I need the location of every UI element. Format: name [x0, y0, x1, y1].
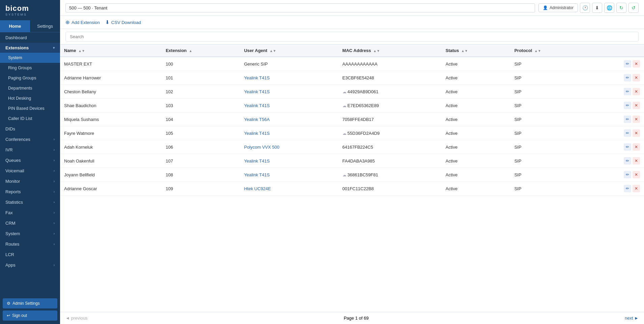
edit-row-button[interactable]: ✏ [624, 74, 631, 81]
sidebar: bicom SYSTEMS Home Settings Dashboard Ex… [0, 0, 60, 324]
cell-user-agent[interactable]: Yealink T41S [240, 168, 338, 182]
cell-user-agent[interactable]: Yealink T41S [240, 71, 338, 85]
sidebar-section-extensions[interactable]: Extensions ▾ [0, 43, 60, 53]
delete-row-button[interactable]: ✕ [633, 60, 640, 68]
sidebar-item-routes[interactable]: Routes › [0, 239, 60, 249]
sidebar-item-ring-groups[interactable]: Ring Groups [0, 63, 60, 73]
sidebar-item-system2[interactable]: System › [0, 228, 60, 239]
refresh2-icon-btn[interactable]: ↺ [628, 3, 639, 13]
sidebar-item-crm[interactable]: CRM › [0, 218, 60, 228]
sidebar-item-reports[interactable]: Reports › [0, 186, 60, 197]
sidebar-item-dids[interactable]: DIDs [0, 124, 60, 134]
sidebar-item-queues[interactable]: Queues › [0, 155, 60, 166]
sidebar-item-apps[interactable]: Apps › [0, 260, 60, 270]
search-input[interactable] [65, 32, 639, 42]
page-info: Page 1 of 69 [344, 316, 369, 321]
cell-user-agent[interactable]: Yealink T41S [240, 154, 338, 168]
sidebar-item-hot-desking[interactable]: Hot Desking [0, 93, 60, 103]
cell-user-agent[interactable]: Htek UC924E [240, 182, 338, 196]
cell-name: Adah Korneluk [60, 140, 162, 154]
chevron-down-icon: ▾ [53, 46, 55, 50]
cell-extension: 107 [162, 154, 240, 168]
sidebar-item-conferences[interactable]: Conferences › [0, 134, 60, 145]
sign-out-button[interactable]: ↩ Sign out [3, 310, 57, 321]
cell-protocol: SIP [510, 85, 589, 99]
chevron-right-icon: › [54, 232, 55, 235]
chevron-right-icon: › [54, 200, 55, 204]
sidebar-item-lcr[interactable]: LCR [0, 249, 60, 260]
delete-row-button[interactable]: ✕ [633, 88, 640, 95]
refresh-icon-btn[interactable]: ↻ [616, 3, 626, 13]
admin-settings-button[interactable]: ⚙ Admin Settings [3, 298, 57, 308]
csv-download-button[interactable]: ⬇ CSV Download [105, 19, 141, 25]
sidebar-item-departments[interactable]: Departments [0, 83, 60, 93]
cell-user-agent[interactable]: Polycom VVX 500 [240, 140, 338, 154]
edit-row-button[interactable]: ✏ [624, 116, 631, 123]
cell-status: Active [442, 140, 510, 154]
sidebar-tabs: Home Settings [0, 20, 60, 32]
sidebar-item-caller-id-list[interactable]: Caller ID List [0, 114, 60, 124]
chevron-right-icon: › [54, 190, 55, 194]
clock-icon-btn[interactable]: 🕐 [580, 3, 590, 13]
edit-row-button[interactable]: ✏ [624, 185, 631, 192]
edit-row-button[interactable]: ✏ [624, 157, 631, 165]
edit-row-button[interactable]: ✏ [624, 129, 631, 137]
cell-extension: 103 [162, 99, 240, 113]
cloud-icon: ☁ [342, 90, 346, 94]
tab-settings[interactable]: Settings [30, 20, 60, 32]
cell-user-agent[interactable]: Yealink T41S [240, 85, 338, 99]
col-extension[interactable]: Extension ▲ [162, 45, 240, 57]
delete-row-button[interactable]: ✕ [633, 129, 640, 137]
cell-row-actions: ✏ ✕ [589, 182, 644, 196]
sidebar-item-dashboard[interactable]: Dashboard [0, 32, 60, 43]
col-user-agent[interactable]: User Agent ▲▼ [240, 45, 338, 57]
header-bar: 500 — 500 · Tenant 👤 Administrator 🕐 ⬇ 🌐… [60, 0, 644, 16]
tab-home[interactable]: Home [0, 20, 30, 32]
delete-row-button[interactable]: ✕ [633, 116, 640, 123]
sidebar-item-system[interactable]: System [0, 53, 60, 63]
cell-user-agent[interactable]: Yealink T56A [240, 113, 338, 126]
col-name[interactable]: Name ▲▼ [60, 45, 162, 57]
col-status[interactable]: Status ▲▼ [442, 45, 510, 57]
pagination-bar: ◄ previous Page 1 of 69 next ► [60, 312, 644, 324]
sidebar-item-paging-groups[interactable]: Paging Groups [0, 73, 60, 83]
add-extension-button[interactable]: ⊕ Add Extension [65, 19, 100, 25]
previous-page-button[interactable]: ◄ previous [65, 316, 88, 321]
edit-row-button[interactable]: ✏ [624, 60, 631, 68]
cell-protocol: SIP [510, 99, 589, 113]
edit-row-button[interactable]: ✏ [624, 88, 631, 95]
delete-row-button[interactable]: ✕ [633, 74, 640, 81]
cell-user-agent[interactable]: Yealink T41S [240, 126, 338, 140]
delete-row-button[interactable]: ✕ [633, 171, 640, 178]
edit-row-button[interactable]: ✏ [624, 102, 631, 109]
sidebar-item-voicemail[interactable]: Voicemail › [0, 166, 60, 176]
cell-mac-address: AAAAAAAAAAAA [338, 57, 442, 71]
sidebar-item-fax[interactable]: Fax › [0, 207, 60, 218]
delete-row-button[interactable]: ✕ [633, 185, 640, 192]
cell-extension: 102 [162, 85, 240, 99]
next-page-button[interactable]: next ► [625, 316, 639, 321]
download-icon-btn[interactable]: ⬇ [592, 3, 602, 13]
chevron-right-icon: › [54, 242, 55, 246]
sidebar-item-ivr[interactable]: IVR › [0, 145, 60, 155]
edit-row-button[interactable]: ✏ [624, 171, 631, 178]
delete-row-button[interactable]: ✕ [633, 143, 640, 151]
chevron-right-icon: › [54, 211, 55, 215]
edit-row-button[interactable]: ✏ [624, 143, 631, 151]
sidebar-item-statistics[interactable]: Statistics › [0, 197, 60, 207]
tenant-select[interactable]: 500 — 500 · Tenant [65, 3, 535, 13]
cell-mac-address: ☁36861BC59F81 [338, 168, 442, 182]
delete-row-button[interactable]: ✕ [633, 157, 640, 165]
sidebar-item-pin-based-devices[interactable]: PIN Based Devices [0, 103, 60, 114]
cell-extension: 106 [162, 140, 240, 154]
cell-user-agent[interactable]: Yealink T41S [240, 99, 338, 113]
table-row: Shae Baudichon 103 Yealink T41S ☁E7ED653… [60, 99, 644, 113]
delete-row-button[interactable]: ✕ [633, 102, 640, 109]
administrator-button[interactable]: 👤 Administrator [538, 3, 578, 12]
col-mac-address[interactable]: MAC Address ▲▼ [338, 45, 442, 57]
sidebar-item-monitor[interactable]: Monitor › [0, 176, 60, 186]
globe-icon-btn[interactable]: 🌐 [604, 3, 614, 13]
signout-icon: ↩ [7, 313, 10, 318]
col-protocol[interactable]: Protocol ▲▼ [510, 45, 589, 57]
cell-protocol: SIP [510, 57, 589, 71]
